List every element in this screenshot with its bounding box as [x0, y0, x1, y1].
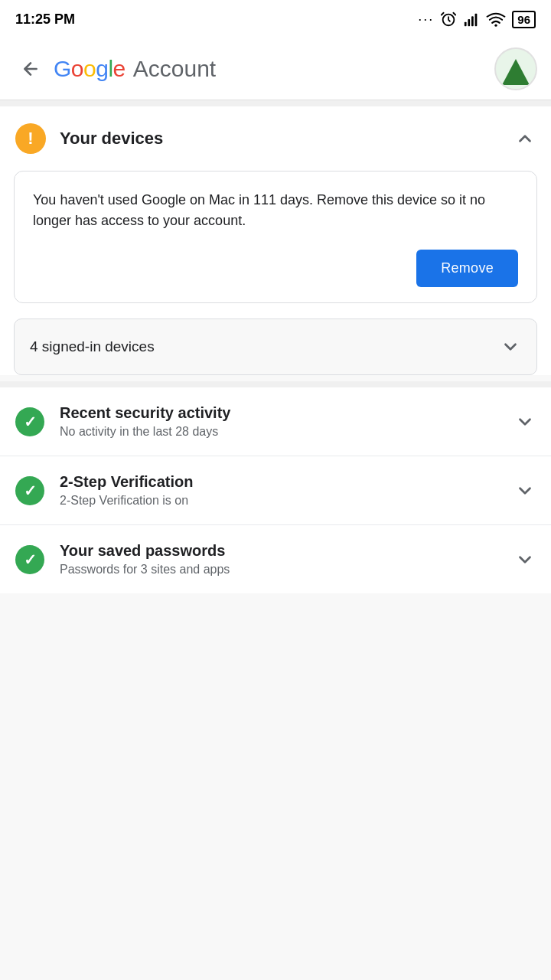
header-title: Google Account: [54, 56, 494, 82]
mac-warning-card: You haven't used Google on Mac in 111 da…: [14, 171, 537, 303]
chevron-down-icon: [515, 550, 535, 570]
two-step-chevron: [514, 480, 536, 501]
app-header: Google Account: [0, 38, 551, 100]
warning-text: You haven't used Google on Mac in 111 da…: [33, 190, 518, 231]
status-bar: 11:25 PM ··· 96: [0, 0, 551, 38]
status-time: 11:25 PM: [15, 11, 75, 28]
wifi-icon: [486, 11, 506, 28]
status-icons: ··· 96: [418, 11, 536, 28]
security-activity-check: ✓: [15, 407, 44, 436]
back-button[interactable]: [14, 52, 47, 86]
saved-passwords-row[interactable]: ✓ Your saved passwords Passwords for 3 s…: [0, 525, 551, 593]
google-logo: Google: [54, 56, 126, 82]
saved-passwords-check: ✓: [15, 545, 44, 574]
two-step-content: 2-Step Verification 2-Step Verification …: [60, 473, 514, 508]
chevron-down-icon: [515, 481, 535, 501]
saved-passwords-title: Your saved passwords: [60, 542, 514, 560]
saved-passwords-content: Your saved passwords Passwords for 3 sit…: [60, 542, 514, 577]
devices-section: ! Your devices You haven't used Google o…: [0, 106, 551, 375]
svg-rect-4: [475, 14, 478, 26]
two-step-verification-row[interactable]: ✓ 2-Step Verification 2-Step Verificatio…: [0, 456, 551, 525]
chevron-down-icon: [500, 337, 520, 357]
section-divider: [0, 381, 551, 387]
bottom-spacer: [0, 593, 551, 624]
account-label: Account: [133, 56, 216, 82]
remove-button[interactable]: Remove: [416, 250, 518, 287]
devices-chevron-up[interactable]: [514, 128, 536, 149]
back-arrow-icon: [21, 59, 41, 79]
checkmark-icon: ✓: [24, 413, 37, 431]
warning-icon: !: [15, 123, 46, 154]
checkmark-icon: ✓: [24, 550, 37, 569]
two-step-subtitle: 2-Step Verification is on: [60, 494, 514, 508]
more-icon: ···: [418, 11, 434, 28]
security-activity-row[interactable]: ✓ Recent security activity No activity i…: [0, 387, 551, 456]
security-activity-chevron: [514, 411, 536, 433]
security-section: ✓ Recent security activity No activity i…: [0, 387, 551, 593]
checkmark-icon: ✓: [24, 482, 37, 500]
saved-passwords-subtitle: Passwords for 3 sites and apps: [60, 563, 514, 577]
alarm-icon: [440, 11, 457, 28]
security-activity-content: Recent security activity No activity in …: [60, 404, 514, 439]
signed-in-label: 4 signed-in devices: [30, 338, 155, 355]
chevron-down-icon: [515, 412, 535, 432]
chevron-up-icon: [515, 129, 535, 149]
security-activity-subtitle: No activity in the last 28 days: [60, 425, 514, 439]
svg-rect-2: [468, 19, 471, 26]
avatar-image: [502, 59, 530, 85]
exclamation-mark: !: [28, 130, 33, 147]
devices-title: Your devices: [60, 129, 514, 149]
svg-point-5: [495, 24, 497, 27]
header-divider: [0, 100, 551, 106]
two-step-title: 2-Step Verification: [60, 473, 514, 491]
signed-in-devices-row[interactable]: 4 signed-in devices: [14, 318, 537, 375]
saved-passwords-chevron: [514, 549, 536, 570]
signed-in-chevron: [500, 336, 521, 358]
security-activity-title: Recent security activity: [60, 404, 514, 422]
two-step-check: ✓: [15, 476, 44, 505]
avatar[interactable]: [494, 47, 537, 90]
battery-icon: 96: [512, 11, 536, 28]
signal-icon: [463, 11, 480, 28]
devices-header[interactable]: ! Your devices: [0, 106, 551, 171]
svg-rect-3: [471, 16, 474, 26]
svg-rect-1: [465, 22, 467, 26]
